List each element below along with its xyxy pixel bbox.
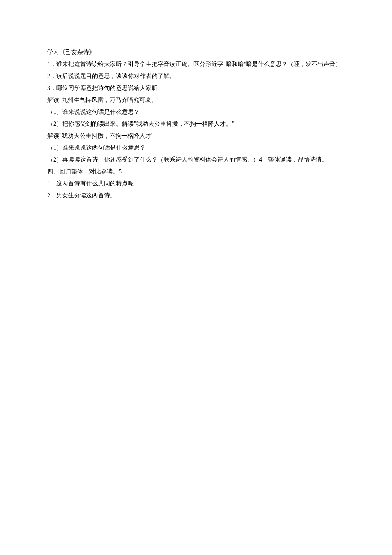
text-line: （1）谁来说说这句话是什么意思？ — [38, 106, 354, 118]
text-line: 3．哪位同学愿意把诗句的意思说给大家听。 — [38, 82, 354, 94]
document-content: 学习《己亥杂诗》 1．谁来把这首诗读给大家听？引导学生把字音读正确。区分形近字"… — [38, 46, 354, 202]
text-line: （1）谁来说说这两句话是什么意思？ — [38, 142, 354, 154]
text-line: （2）再读读这首诗，你还感受到了什么？（联系诗人的资料体会诗人的情感。）4．整体… — [38, 154, 354, 166]
text-line: 2．男女生分读这两首诗。 — [38, 190, 354, 202]
horizontal-rule — [38, 30, 354, 30]
text-line: （2）把你感受到的读出来。解读"我劝天公重抖擞，不拘一格降人才。" — [38, 118, 354, 130]
text-line: 学习《己亥杂诗》 — [38, 46, 354, 58]
text-line: 1．谁来把这首诗读给大家听？引导学生把字音读正确。区分形近字"喑和暗"喑是什么意… — [38, 58, 354, 70]
text-line: 解读"九州生气恃风雷，万马齐喑究可哀。" — [38, 94, 354, 106]
text-line: 2．读后说说题目的意思，谈谈你对作者的了解。 — [38, 70, 354, 82]
text-line: 解读"我劝天公重抖擞，不拘一格降人才" — [38, 130, 354, 142]
text-line: 1．这两首诗有什么共同的特点呢 — [38, 178, 354, 190]
page-container: 学习《己亥杂诗》 1．谁来把这首诗读给大家听？引导学生把字音读正确。区分形近字"… — [0, 0, 392, 202]
text-line: 四、回归整体，对比参读。5 — [38, 166, 354, 178]
